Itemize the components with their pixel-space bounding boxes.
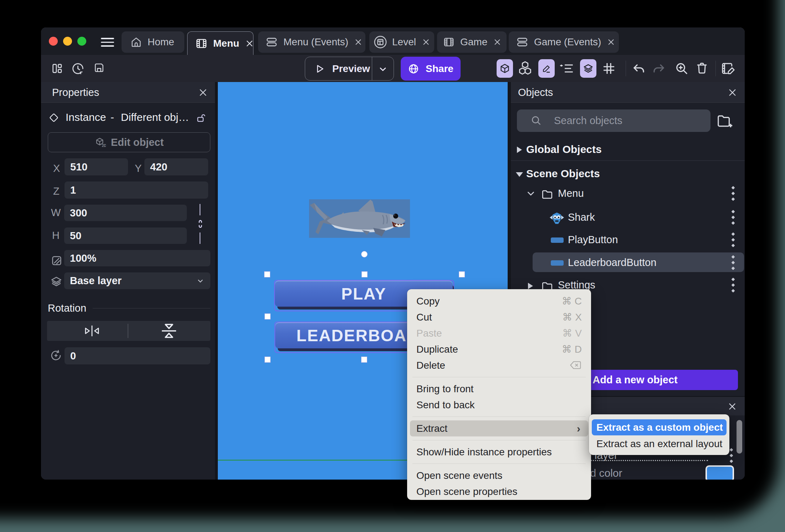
grid-icon[interactable] xyxy=(602,61,616,76)
rotation-input[interactable] xyxy=(65,347,210,364)
menu-item-duplicate[interactable]: Duplicate⌘ D xyxy=(407,341,591,357)
kebab-menu-icon[interactable] xyxy=(731,232,735,248)
add-object-label: Add a new object xyxy=(592,374,677,386)
hamburger-menu-icon[interactable] xyxy=(101,38,114,47)
trash-icon[interactable] xyxy=(695,61,709,75)
layers-button[interactable] xyxy=(580,59,596,78)
selection-handle-top-left[interactable] xyxy=(264,271,270,277)
unlock-icon[interactable] xyxy=(196,113,206,123)
edit-mode-button[interactable] xyxy=(538,59,555,78)
share-button[interactable]: Share xyxy=(401,57,461,81)
menu-item-bring-to-front[interactable]: Bring to front xyxy=(407,381,591,397)
x-input[interactable] xyxy=(65,158,128,175)
submenu-item-external-layout[interactable]: Extract as an external layout xyxy=(592,436,727,452)
selection-handle-top-center[interactable] xyxy=(361,271,368,277)
width-input[interactable] xyxy=(64,205,187,221)
undo-icon[interactable] xyxy=(632,62,646,75)
search-input[interactable] xyxy=(554,115,689,127)
traffic-light-zoom[interactable] xyxy=(77,37,86,46)
w-label: W xyxy=(51,207,61,219)
view-3d-button[interactable] xyxy=(497,59,513,78)
z-input[interactable] xyxy=(65,181,208,199)
menu-item-open-scene-properties[interactable]: Open scene properties xyxy=(407,484,591,500)
kebab-menu-icon[interactable] xyxy=(731,277,735,293)
submenu-item-custom-object[interactable]: Extract as a custom object xyxy=(592,419,727,435)
close-icon[interactable] xyxy=(728,402,737,411)
svg-text:2D: 2D xyxy=(102,144,106,148)
instances-list-icon[interactable] xyxy=(559,62,574,75)
background-color-swatch[interactable] xyxy=(706,465,734,480)
collapse-triangle-global[interactable] xyxy=(517,147,522,153)
search-box[interactable] xyxy=(517,109,710,132)
tab-close-icon[interactable] xyxy=(354,38,363,46)
kebab-menu-icon[interactable] xyxy=(731,255,735,271)
traffic-light-close[interactable] xyxy=(49,37,58,46)
menu-item-send-to-back[interactable]: Send to back xyxy=(407,397,591,413)
y-input[interactable] xyxy=(144,158,208,175)
redo-icon[interactable] xyxy=(652,62,666,75)
selection-handle-bottom-left[interactable] xyxy=(265,357,271,363)
selection-handle-mid-left[interactable] xyxy=(265,313,271,319)
menu-item-delete[interactable]: Delete xyxy=(407,357,591,373)
zoom-in-icon[interactable] xyxy=(674,61,689,76)
selection-handle-top-right[interactable] xyxy=(459,271,465,277)
tab-close-icon[interactable] xyxy=(493,38,502,46)
tab-menu[interactable]: Menu xyxy=(187,31,253,55)
add-folder-icon[interactable] xyxy=(716,113,734,129)
menu-separator xyxy=(412,377,586,377)
opacity-input[interactable] xyxy=(64,250,210,266)
chevron-down-icon[interactable] xyxy=(526,189,535,198)
menu-shortcut: ⌘ C xyxy=(562,295,582,307)
flip-vertical-icon[interactable] xyxy=(160,322,178,339)
tab-close-icon[interactable] xyxy=(245,39,254,48)
preview-button[interactable]: Preview xyxy=(305,57,394,81)
tab-home[interactable]: Home xyxy=(122,31,184,53)
flip-horizontal-icon[interactable] xyxy=(83,324,101,337)
menu-item-extract[interactable]: Extract› xyxy=(410,420,588,436)
tab-game-events[interactable]: Game (Events) xyxy=(509,31,619,53)
scene-objects-section[interactable]: Scene Objects xyxy=(526,168,600,180)
history-icon[interactable] xyxy=(71,62,84,75)
edit-object-button[interactable]: 2D Edit object xyxy=(48,132,210,152)
layers-icon xyxy=(583,63,594,74)
menu-item-open-scene-events[interactable]: Open scene events xyxy=(407,467,591,484)
close-icon[interactable] xyxy=(728,88,737,97)
toolbar-divider xyxy=(626,61,626,76)
object-leaderboardbutton-label[interactable]: LeaderboardButton xyxy=(568,257,656,268)
tab-close-icon[interactable] xyxy=(607,38,615,46)
save-icon[interactable] xyxy=(93,62,105,73)
folder-menu-label[interactable]: Menu xyxy=(558,188,584,199)
menu-item-show-hide[interactable]: Show/Hide instance properties xyxy=(407,444,591,460)
home-icon xyxy=(130,36,142,48)
selection-handle-bottom-center[interactable] xyxy=(361,357,367,363)
blocks-icon[interactable] xyxy=(516,59,534,78)
tab-close-icon[interactable] xyxy=(422,38,430,46)
tab-level[interactable]: Level xyxy=(369,31,434,53)
close-icon[interactable] xyxy=(198,88,208,97)
object-playbutton-label[interactable]: PlayButton xyxy=(568,234,618,246)
kebab-menu-icon[interactable] xyxy=(731,210,735,225)
rotation-handle[interactable] xyxy=(361,251,368,257)
tab-game[interactable]: Game xyxy=(437,31,507,53)
global-objects-section[interactable]: Global Objects xyxy=(526,143,602,155)
kebab-menu-icon[interactable] xyxy=(729,448,733,464)
menu-item-paste[interactable]: Paste⌘ V xyxy=(407,325,591,341)
height-input[interactable] xyxy=(64,227,187,244)
kebab-menu-icon[interactable] xyxy=(731,186,735,201)
objects-title: Objects xyxy=(518,87,553,98)
chevron-down-icon[interactable] xyxy=(378,64,388,74)
tab-menu-events[interactable]: Menu (Events) xyxy=(258,31,365,53)
layout-dashboard-icon[interactable] xyxy=(51,63,63,74)
menu-separator xyxy=(412,440,586,440)
shark-sprite[interactable] xyxy=(309,199,410,238)
collapse-triangle-settings[interactable] xyxy=(528,283,533,289)
menu-item-copy[interactable]: Copy⌘ C xyxy=(407,293,591,309)
link-icon[interactable] xyxy=(197,218,204,230)
collapse-triangle-scene[interactable] xyxy=(516,172,523,177)
scrollbar-thumb[interactable] xyxy=(737,420,742,454)
menu-item-cut[interactable]: Cut⌘ X xyxy=(407,309,591,325)
object-shark-label[interactable]: Shark xyxy=(568,211,595,223)
layer-select[interactable]: Base layer xyxy=(64,272,210,289)
edit-scene-icon[interactable] xyxy=(721,62,736,75)
traffic-light-minimize[interactable] xyxy=(63,37,72,46)
